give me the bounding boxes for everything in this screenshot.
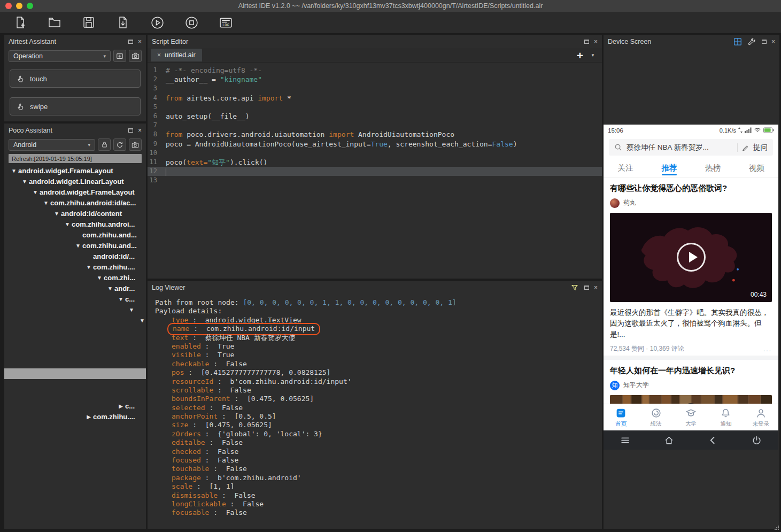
- layout-grid-button[interactable]: [733, 37, 743, 47]
- tree-node[interactable]: ▼: [4, 368, 146, 379]
- close-panel-icon[interactable]: ×: [594, 38, 598, 45]
- poco-refresh-status[interactable]: Refresh:[2019-01-19 15:05:19]: [9, 154, 142, 163]
- code-line[interactable]: 2__author__ = "kingname": [148, 75, 602, 84]
- tree-node[interactable]: ▼c...: [4, 294, 146, 304]
- minimize-window-button[interactable]: [16, 3, 22, 9]
- float-panel-icon[interactable]: [128, 128, 133, 133]
- android-back-button[interactable]: [705, 433, 720, 448]
- lock-hierarchy-button[interactable]: [98, 138, 111, 151]
- nav-item-login[interactable]: 未登录: [744, 404, 778, 430]
- insert-snippet-button[interactable]: [113, 50, 126, 62]
- tree-expander-icon[interactable]: ▼: [84, 264, 93, 270]
- tree-node[interactable]: android:id/...: [4, 251, 146, 261]
- tree-expander-icon[interactable]: ▼: [20, 179, 29, 184]
- more-options-icon[interactable]: ...: [763, 345, 772, 353]
- tab-video[interactable]: 视频: [749, 159, 764, 177]
- close-panel-icon[interactable]: ×: [138, 127, 142, 134]
- float-panel-icon[interactable]: [762, 40, 767, 44]
- close-panel-icon[interactable]: ×: [594, 284, 598, 291]
- new-script-button[interactable]: [13, 15, 28, 30]
- view-log-button[interactable]: LOG: [218, 15, 233, 30]
- tree-node[interactable]: ▼: [4, 347, 146, 358]
- article-image[interactable]: [610, 395, 772, 404]
- export-script-button[interactable]: [115, 15, 130, 30]
- tree-expander-icon[interactable]: ▼: [42, 200, 50, 206]
- tree-node[interactable]: ▼: [4, 336, 146, 347]
- code-line[interactable]: 4from airtest.core.api import *: [148, 94, 602, 103]
- tree-node[interactable]: ▶c...: [4, 400, 146, 411]
- code-line[interactable]: 11poco(text="知乎").click(): [148, 158, 602, 167]
- close-panel-icon[interactable]: ×: [771, 38, 775, 45]
- screenshot-button[interactable]: [129, 50, 142, 62]
- tree-node[interactable]: ▼: [4, 358, 146, 368]
- tree-expander-icon[interactable]: ▼: [52, 211, 61, 217]
- float-panel-icon[interactable]: [128, 40, 133, 44]
- tree-node[interactable]: ▼: [4, 326, 146, 336]
- refresh-hierarchy-button[interactable]: [113, 138, 126, 151]
- code-line[interactable]: 12: [148, 167, 602, 176]
- author-name[interactable]: 知乎大学: [623, 381, 649, 390]
- swipe-button[interactable]: swipe: [10, 97, 141, 115]
- android-home-button[interactable]: [662, 433, 677, 448]
- tree-node[interactable]: ▼com.zhihu....: [4, 261, 146, 272]
- code-lines[interactable]: 1# -*- encoding=utf8 -*-2__author__ = "k…: [148, 63, 602, 279]
- feed-card[interactable]: 有哪些让你觉得恶心的恶俗歌词? 药丸: [604, 178, 778, 356]
- tab-hot[interactable]: 热榜: [705, 159, 721, 177]
- nav-item-home[interactable]: 首页: [604, 404, 638, 430]
- avatar[interactable]: [610, 198, 620, 208]
- float-panel-icon[interactable]: [584, 286, 589, 290]
- save-script-button[interactable]: [81, 15, 96, 30]
- new-tab-button[interactable]: +: [573, 50, 587, 61]
- code-line[interactable]: 10: [148, 149, 602, 158]
- tree-expander-icon[interactable]: ▼: [95, 275, 104, 281]
- tree-node[interactable]: ▼com.zhihu.and...: [4, 240, 146, 251]
- tree-expander-icon[interactable]: ▶: [117, 403, 125, 409]
- android-power-button[interactable]: [749, 433, 764, 448]
- video-thumbnail[interactable]: 00:43: [610, 213, 772, 302]
- poco-platform-select[interactable]: Android ▾: [9, 139, 95, 151]
- tab-untitled-air[interactable]: × untitled.air: [151, 49, 202, 61]
- feed-card[interactable]: 年轻人如何在一年内迅速增长见识? 知 知乎大学: [604, 360, 778, 404]
- code-line[interactable]: 1# -*- encoding=utf8 -*-: [148, 66, 602, 75]
- nav-item-ideas[interactable]: 想法: [638, 404, 673, 430]
- tree-node[interactable]: ▼: [4, 315, 146, 326]
- code-line[interactable]: 9poco = AndroidUiautomationPoco(use_airt…: [148, 140, 602, 149]
- tree-node[interactable]: ▼andr...: [4, 283, 146, 294]
- author-name[interactable]: 药丸: [623, 198, 636, 207]
- question-title[interactable]: 有哪些让你觉得恶心的恶俗歌词?: [610, 183, 772, 194]
- tree-expander-icon[interactable]: ▼: [10, 168, 18, 174]
- float-panel-icon[interactable]: [584, 40, 589, 44]
- tree-node[interactable]: ▼com.zhi...: [4, 272, 146, 283]
- nav-item-university[interactable]: 大学: [674, 404, 708, 430]
- avatar[interactable]: 知: [610, 381, 620, 390]
- open-script-button[interactable]: [47, 15, 62, 30]
- tab-follow[interactable]: 关注: [617, 159, 633, 177]
- tree-expander-icon[interactable]: ▼: [117, 296, 125, 302]
- nav-item-notifications[interactable]: 通知: [708, 404, 743, 430]
- ask-question-button[interactable]: 提问: [753, 143, 768, 152]
- tab-list-dropdown[interactable]: ▾: [588, 52, 598, 58]
- close-window-button[interactable]: [5, 3, 12, 9]
- search-input[interactable]: 蔡徐坤任 NBA 新春贺岁... 提问: [609, 139, 773, 156]
- poco-inspect-button[interactable]: [129, 138, 142, 151]
- filter-log-button[interactable]: [570, 283, 579, 292]
- tree-node[interactable]: ▼com.zhihu.androi...: [4, 219, 146, 229]
- tree-node[interactable]: ▼android:id/content: [4, 208, 146, 219]
- code-line[interactable]: 5: [148, 103, 602, 112]
- tree-node[interactable]: ▼android.widget.FrameLayout: [4, 165, 146, 176]
- tree-node[interactable]: ▼: [4, 379, 146, 390]
- code-line[interactable]: 7: [148, 121, 602, 130]
- code-line[interactable]: 6auto_setup(__file__): [148, 112, 602, 121]
- resize-grip[interactable]: [774, 525, 779, 530]
- tree-node[interactable]: com.zhihu.and...: [4, 229, 146, 240]
- close-tab-icon[interactable]: ×: [157, 51, 161, 59]
- tree-expander-icon[interactable]: ▼: [31, 189, 40, 195]
- tree-node[interactable]: ▶com.zhihu....: [4, 411, 146, 422]
- stop-script-button[interactable]: [184, 15, 199, 30]
- device-tools-button[interactable]: [747, 37, 757, 47]
- operation-mode-select[interactable]: Operation ▾: [9, 50, 111, 62]
- touch-button[interactable]: touch: [10, 70, 141, 88]
- tree-node[interactable]: ▼com.zhihu.android:id/ac...: [4, 197, 146, 208]
- tree-expander-icon[interactable]: ▼: [74, 243, 82, 249]
- phone-mirror[interactable]: 15:06 0.1K/s: [604, 125, 778, 450]
